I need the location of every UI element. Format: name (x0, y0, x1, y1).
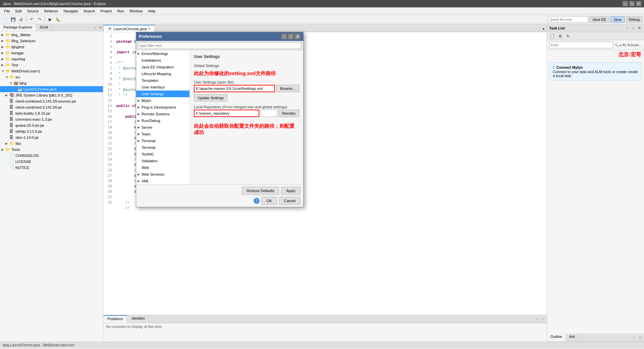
update-settings-button[interactable]: Update Settings (194, 94, 227, 102)
local-repo-extra-input[interactable] (261, 110, 277, 117)
dialog-ok-cancel: ? OK Cancel (139, 197, 301, 205)
nav-xml[interactable]: ▶XML (136, 178, 190, 184)
nav-validation[interactable]: Validation (136, 158, 190, 164)
nav-user-settings[interactable]: User Settings (136, 91, 190, 97)
restore-defaults-button[interactable]: Restore Defaults (242, 187, 279, 195)
dialog-titlebar: Preferences – □ ✕ (136, 32, 303, 41)
preferences-dialog: Preferences – □ ✕ ▶Errors/Warnings Insta… (136, 32, 304, 207)
dialog-help-section: ? (254, 197, 260, 205)
user-settings-path-input[interactable] (194, 85, 275, 92)
dialog-overlay: Preferences – □ ✕ ▶Errors/Warnings Insta… (0, 0, 644, 349)
apply-button[interactable]: Apply (281, 187, 301, 195)
local-repo-path-input[interactable] (194, 110, 259, 117)
user-settings-title: User Settings (194, 54, 299, 59)
user-settings-input-row: Browse... (194, 85, 299, 92)
nav-terminal1[interactable]: ▶Terminal (136, 137, 190, 144)
nav-testng[interactable]: TestNG (136, 151, 190, 158)
cancel-button[interactable]: Cancel (279, 197, 301, 205)
local-repo-input-row: Reindex (194, 110, 299, 117)
dialog-footer-buttons: Restore Defaults Apply (139, 187, 301, 195)
help-icon[interactable]: ? (254, 198, 260, 204)
global-settings-label: Global Settings: (194, 64, 299, 68)
nav-mylyn[interactable]: ▶Mylyn (136, 97, 190, 104)
nav-run-debug[interactable]: ▶Run/Debug (136, 117, 190, 124)
nav-java-ee[interactable]: Java EE Integration (136, 64, 190, 70)
browse-button[interactable]: Browse... (276, 85, 299, 92)
dialog-maximize-btn[interactable]: □ (288, 34, 294, 40)
nav-terminal2[interactable]: Terminal (136, 144, 190, 151)
nav-web-services[interactable]: ▶Web Services (136, 171, 190, 178)
dialog-nav: ▶Errors/Warnings Installations Java EE I… (136, 50, 190, 184)
dialog-toolbar (136, 41, 303, 50)
nav-lifecycle[interactable]: Lifecycle Mapping (136, 70, 190, 77)
user-settings-field-section: User Settings (open file): Browse... Upd… (194, 80, 299, 102)
local-repo-section: Local Repository (From merged user and g… (194, 105, 299, 117)
dialog-title: Preferences (139, 34, 280, 39)
dialog-content-area: User Settings Global Settings: 此处为你修改的se… (190, 50, 303, 184)
ok-button[interactable]: OK (262, 197, 277, 205)
reindex-button[interactable]: Reindex (278, 110, 299, 117)
nav-installations[interactable]: Installations (136, 57, 190, 64)
nav-plugin-dev[interactable]: ▶Plug-in Development (136, 104, 190, 111)
nav-user-interface[interactable]: User Interface (136, 84, 190, 91)
local-repo-label: Local Repository (From merged user and g… (194, 105, 299, 109)
nav-templates[interactable]: Templates (136, 77, 190, 84)
nav-errors-warnings[interactable]: ▶Errors/Warnings (136, 50, 190, 57)
annotation-auto-path: 此处会自动获取你配置文件夹的路径，则配置成功 (194, 123, 299, 136)
nav-team[interactable]: ▶Team (136, 131, 190, 137)
dialog-body: ▶Errors/Warnings Installations Java EE I… (136, 50, 303, 184)
filter-input[interactable] (138, 42, 301, 49)
annotation-setting-path: 此处为你修改的setting.xml文件路径 (194, 70, 299, 77)
nav-server[interactable]: ▶Server (136, 124, 190, 131)
dialog-minimize-btn[interactable]: – (281, 34, 287, 40)
nav-remote-systems[interactable]: ▶Remote Systems (136, 111, 190, 117)
nav-web[interactable]: Web (136, 164, 190, 171)
user-settings-field-label: User Settings (open file): (194, 80, 299, 84)
dialog-footer: Restore Defaults Apply ? OK Cancel (136, 184, 303, 207)
dialog-close-btn[interactable]: ✕ (294, 34, 301, 40)
global-settings-section: Global Settings: (194, 64, 299, 68)
